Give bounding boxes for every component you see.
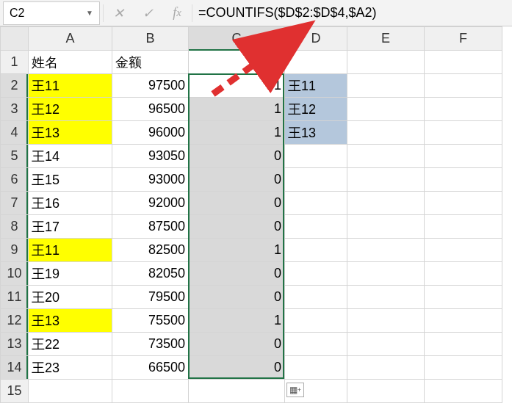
- cell[interactable]: [425, 121, 502, 145]
- row-header[interactable]: 6: [1, 168, 29, 192]
- cell[interactable]: [29, 380, 112, 403]
- cell[interactable]: [425, 239, 502, 262]
- cell[interactable]: 87500: [112, 215, 189, 239]
- cell[interactable]: 97500: [112, 74, 189, 98]
- row-header[interactable]: 11: [1, 286, 29, 309]
- cell[interactable]: 92000: [112, 192, 189, 215]
- cell[interactable]: [425, 145, 502, 168]
- cell[interactable]: [347, 74, 425, 98]
- row-header[interactable]: 8: [1, 215, 29, 239]
- cell[interactable]: 王11: [29, 239, 112, 262]
- row-header[interactable]: 15: [1, 380, 29, 403]
- paste-options-icon[interactable]: ▦+: [286, 383, 304, 397]
- cell[interactable]: 王16: [29, 192, 112, 215]
- cell[interactable]: [347, 286, 425, 309]
- cell[interactable]: 79500: [112, 286, 189, 309]
- cell[interactable]: [347, 239, 425, 262]
- cell[interactable]: [425, 309, 502, 333]
- cell[interactable]: 1: [189, 98, 285, 121]
- cell[interactable]: 王11: [285, 74, 347, 98]
- row-header[interactable]: 4: [1, 121, 29, 145]
- cell[interactable]: 1: [189, 121, 285, 145]
- cell[interactable]: 王15: [29, 168, 112, 192]
- cell[interactable]: [425, 215, 502, 239]
- cell[interactable]: [347, 192, 425, 215]
- cell[interactable]: [285, 192, 347, 215]
- chevron-down-icon[interactable]: ▼: [86, 9, 93, 17]
- cell[interactable]: 93050: [112, 145, 189, 168]
- check-icon[interactable]: ✓: [133, 1, 162, 25]
- cell[interactable]: 82500: [112, 239, 189, 262]
- cell[interactable]: 王20: [29, 286, 112, 309]
- cell[interactable]: [425, 380, 502, 403]
- cell[interactable]: [285, 286, 347, 309]
- cell[interactable]: [347, 215, 425, 239]
- cell[interactable]: [425, 262, 502, 286]
- cell[interactable]: 1: [189, 239, 285, 262]
- cell[interactable]: [285, 145, 347, 168]
- cell[interactable]: [425, 356, 502, 380]
- cell[interactable]: 王13: [29, 309, 112, 333]
- cell[interactable]: [347, 168, 425, 192]
- cell[interactable]: 0: [189, 262, 285, 286]
- cell[interactable]: [347, 262, 425, 286]
- cancel-icon[interactable]: ✕: [104, 1, 133, 25]
- cell[interactable]: [347, 51, 425, 74]
- cell[interactable]: 96000: [112, 121, 189, 145]
- formula-input[interactable]: =COUNTIFS($D$2:$D$4,$A2): [192, 1, 512, 25]
- cell[interactable]: 0: [189, 286, 285, 309]
- row-header[interactable]: 13: [1, 333, 29, 356]
- cell[interactable]: [189, 380, 285, 403]
- cell[interactable]: [425, 98, 502, 121]
- cell[interactable]: 96500: [112, 98, 189, 121]
- cell[interactable]: [425, 286, 502, 309]
- cell[interactable]: [347, 356, 425, 380]
- cell[interactable]: 金额: [112, 51, 189, 74]
- cell[interactable]: 1: [189, 309, 285, 333]
- cell[interactable]: [285, 215, 347, 239]
- col-header-A[interactable]: A: [29, 27, 112, 51]
- cell[interactable]: [285, 168, 347, 192]
- cell[interactable]: 王17: [29, 215, 112, 239]
- col-header-E[interactable]: E: [347, 27, 425, 51]
- cell[interactable]: 0: [189, 333, 285, 356]
- cell[interactable]: 82050: [112, 262, 189, 286]
- cell[interactable]: 王12: [29, 98, 112, 121]
- col-header-B[interactable]: B: [112, 27, 189, 51]
- cell[interactable]: 1: [189, 74, 285, 98]
- cell[interactable]: 0: [189, 168, 285, 192]
- cell[interactable]: [285, 309, 347, 333]
- cell[interactable]: [425, 168, 502, 192]
- cell[interactable]: [285, 333, 347, 356]
- cell[interactable]: 王14: [29, 145, 112, 168]
- cell[interactable]: 73500: [112, 333, 189, 356]
- cell[interactable]: 姓名: [29, 51, 112, 74]
- cell[interactable]: [285, 51, 347, 74]
- cell[interactable]: [347, 145, 425, 168]
- col-header-F[interactable]: F: [425, 27, 502, 51]
- cell[interactable]: [285, 356, 347, 380]
- cell[interactable]: [347, 121, 425, 145]
- cell[interactable]: 王11: [29, 74, 112, 98]
- row-header[interactable]: 14: [1, 356, 29, 380]
- cell[interactable]: 93000: [112, 168, 189, 192]
- cell[interactable]: 王23: [29, 356, 112, 380]
- row-header[interactable]: 3: [1, 98, 29, 121]
- row-header[interactable]: 5: [1, 145, 29, 168]
- cell[interactable]: [425, 192, 502, 215]
- row-header[interactable]: 1: [1, 51, 29, 74]
- cell[interactable]: [425, 333, 502, 356]
- cell[interactable]: [425, 51, 502, 74]
- cell[interactable]: 0: [189, 192, 285, 215]
- cell[interactable]: [347, 380, 425, 403]
- cell[interactable]: [347, 333, 425, 356]
- cell[interactable]: 0: [189, 215, 285, 239]
- cell[interactable]: 0: [189, 145, 285, 168]
- name-box[interactable]: C2 ▼: [3, 1, 100, 25]
- spreadsheet-grid[interactable]: A B C D E F 1姓名金额2王11975001王113王12965001…: [0, 26, 502, 403]
- select-all-corner[interactable]: [1, 27, 29, 51]
- col-header-C[interactable]: C: [189, 27, 285, 51]
- col-header-D[interactable]: D: [285, 27, 347, 51]
- row-header[interactable]: 2: [1, 74, 29, 98]
- cell[interactable]: [112, 380, 189, 403]
